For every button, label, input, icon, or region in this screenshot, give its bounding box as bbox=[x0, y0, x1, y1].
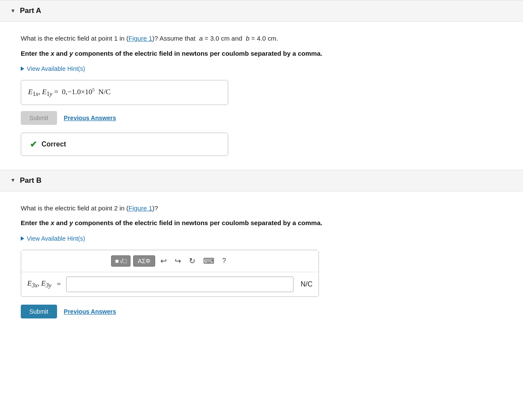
square-icon: ■ bbox=[115, 258, 118, 264]
sqrt-icon: √□ bbox=[120, 258, 127, 264]
prev-answers-link-b[interactable]: Previous Answers bbox=[64, 308, 116, 315]
refresh-btn[interactable]: ↻ bbox=[186, 255, 198, 267]
hints-triangle-icon-b bbox=[21, 236, 24, 241]
input-row-b: E3x, E3y = N/C bbox=[21, 272, 319, 296]
view-hints-a[interactable]: View Available Hint(s) bbox=[21, 65, 502, 72]
equals-sign: = bbox=[55, 280, 61, 289]
submit-button-b[interactable]: Submit bbox=[21, 305, 57, 318]
undo-icon: ↩ bbox=[160, 257, 167, 265]
redo-icon: ↪ bbox=[175, 257, 181, 265]
part-a-question: What is the electric field at point 1 in… bbox=[21, 34, 502, 44]
checkmark-icon: ✔ bbox=[30, 139, 37, 150]
chevron-down-icon-b[interactable]: ▼ bbox=[10, 177, 16, 184]
submit-button-a[interactable]: Submit bbox=[21, 111, 57, 125]
undo-btn[interactable]: ↩ bbox=[158, 255, 169, 267]
figure1-link-a[interactable]: Figure 1 bbox=[128, 35, 152, 42]
part-a-instruction: Enter the x and y components of the elec… bbox=[21, 49, 502, 59]
question-mark-icon: ? bbox=[222, 257, 226, 264]
redo-btn[interactable]: ↪ bbox=[172, 255, 184, 267]
part-a-answer-text: E1x, E1y = 0,−1.0×105 N/C bbox=[28, 88, 111, 96]
hints-label-b: View Available Hint(s) bbox=[27, 235, 85, 242]
part-a-header[interactable]: ▼ Part A bbox=[0, 0, 523, 22]
figure1-link-b[interactable]: Figure 1 bbox=[128, 204, 152, 212]
part-a-label: Part A bbox=[20, 6, 41, 15]
part-b-instruction: Enter the x and y components of the elec… bbox=[21, 218, 502, 228]
refresh-icon: ↻ bbox=[189, 257, 195, 265]
help-btn[interactable]: ? bbox=[220, 255, 229, 267]
input-label-b: E3x, E3y bbox=[27, 279, 51, 289]
answer-input-b[interactable] bbox=[66, 277, 294, 292]
toolbar-b: ■ √□ ΑΣΦ ↩ ↪ ↻ ⌨ ? bbox=[21, 250, 319, 272]
part-a-submit-row: Submit Previous Answers bbox=[21, 111, 502, 125]
unit-label-b: N/C bbox=[300, 280, 313, 288]
correct-label: Correct bbox=[41, 140, 66, 148]
greek-label: ΑΣΦ bbox=[138, 258, 150, 264]
keyboard-btn[interactable]: ⌨ bbox=[201, 255, 217, 267]
chevron-down-icon-a[interactable]: ▼ bbox=[10, 8, 16, 14]
keyboard-icon: ⌨ bbox=[203, 257, 214, 265]
input-container-b: ■ √□ ΑΣΦ ↩ ↪ ↻ ⌨ ? E3x, E3y bbox=[21, 250, 319, 297]
part-a-answer-box: E1x, E1y = 0,−1.0×105 N/C bbox=[21, 80, 228, 105]
view-hints-b[interactable]: View Available Hint(s) bbox=[21, 235, 502, 242]
prev-answers-link-a[interactable]: Previous Answers bbox=[64, 115, 116, 121]
hints-label-a: View Available Hint(s) bbox=[27, 65, 85, 72]
part-a-body: What is the electric field at point 1 in… bbox=[0, 22, 523, 170]
correct-box: ✔ Correct bbox=[21, 133, 228, 156]
part-b-body: What is the electric field at point 2 in… bbox=[0, 191, 523, 340]
hints-triangle-icon-a bbox=[21, 67, 24, 71]
part-b-header[interactable]: ▼ Part B bbox=[0, 170, 523, 191]
math-template-btn[interactable]: ■ √□ bbox=[111, 255, 131, 267]
part-b-label: Part B bbox=[20, 176, 41, 185]
part-b-question: What is the electric field at point 2 in… bbox=[21, 204, 502, 213]
part-b-submit-row: Submit Previous Answers bbox=[21, 305, 502, 318]
greek-symbols-btn[interactable]: ΑΣΦ bbox=[133, 255, 155, 267]
